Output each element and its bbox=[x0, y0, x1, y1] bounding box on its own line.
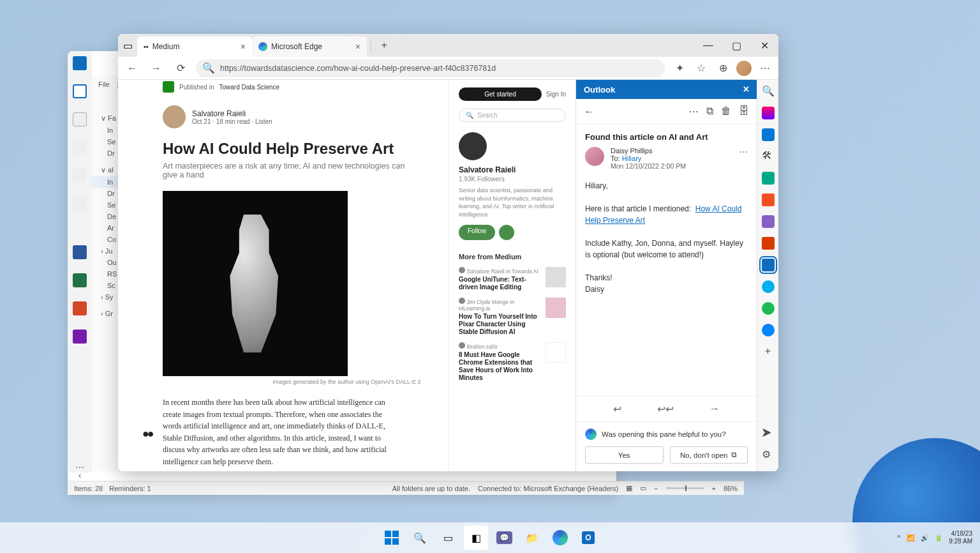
subscribe-button[interactable] bbox=[499, 225, 514, 240]
display-settings-icon[interactable]: ▦ bbox=[626, 484, 632, 492]
zoom-out-icon[interactable]: − bbox=[654, 485, 658, 492]
word-icon[interactable] bbox=[73, 245, 87, 259]
edge-taskbar-icon[interactable] bbox=[548, 526, 572, 550]
drop-icon[interactable] bbox=[762, 215, 775, 228]
tab-actions-icon[interactable]: ▭ bbox=[118, 34, 137, 57]
tab-medium[interactable]: •• Medium × bbox=[137, 36, 252, 57]
feedback-no-button[interactable]: No, don't open ⧉ bbox=[670, 446, 748, 464]
search-input[interactable]: 🔍 Search bbox=[459, 109, 566, 122]
games-icon[interactable] bbox=[762, 172, 775, 185]
outlook-taskbar-icon[interactable]: O bbox=[576, 526, 600, 550]
more-actions-icon[interactable]: ⋯ bbox=[688, 105, 699, 117]
back-icon[interactable]: ← bbox=[584, 106, 594, 117]
outlook-panel-title: Outlook bbox=[584, 85, 615, 95]
back-button[interactable]: ← bbox=[123, 59, 141, 77]
maximize-button[interactable]: ▢ bbox=[722, 34, 750, 57]
related-article[interactable]: ibrahim zahir 8 Must Have Google Chrome … bbox=[459, 342, 566, 382]
widgets-icon[interactable]: ◧ bbox=[464, 526, 488, 550]
follow-button[interactable]: Follow bbox=[459, 225, 495, 240]
related-article[interactable]: Salvatore Raieli in Towards AI Google Un… bbox=[459, 267, 566, 291]
outlook-sidebar-icon[interactable] bbox=[762, 259, 775, 271]
system-clock[interactable]: 4/18/23 9:28 AM bbox=[949, 530, 972, 545]
outlook-side-panel: Outlook × ← ⋯ ⧉ 🗑 🗄 Found this article o… bbox=[575, 80, 757, 471]
address-bar[interactable]: 🔍 https://towardsdatascience.com/how-ai-… bbox=[196, 59, 665, 77]
sidebar-author-name[interactable]: Salvatore Raieli bbox=[459, 165, 566, 174]
calendar-icon[interactable] bbox=[73, 112, 87, 126]
edge-browser-window: ▭ •• Medium × Microsoft Edge × | + — ▢ ✕… bbox=[118, 34, 778, 471]
sidebar-author-avatar[interactable] bbox=[459, 132, 487, 160]
close-panel-icon[interactable]: × bbox=[743, 84, 749, 95]
author-name[interactable]: Salvatore Raieli bbox=[192, 109, 272, 118]
close-window-button[interactable]: ✕ bbox=[750, 34, 778, 57]
search-taskbar-icon[interactable]: 🔍 bbox=[408, 526, 432, 550]
tray-chevron-icon[interactable]: ^ bbox=[898, 534, 901, 542]
refresh-button[interactable]: ⟳ bbox=[172, 59, 189, 77]
forward-button[interactable]: → bbox=[147, 59, 165, 77]
recipient[interactable]: Hiliary bbox=[622, 155, 642, 162]
read-aloud-icon[interactable]: ✦ bbox=[671, 60, 688, 77]
shopping-icon[interactable] bbox=[762, 128, 775, 141]
reply-icon[interactable]: ↩ bbox=[613, 403, 621, 415]
skype-icon[interactable] bbox=[762, 280, 775, 293]
battery-icon[interactable]: 🔋 bbox=[935, 534, 942, 542]
spotify-icon[interactable] bbox=[762, 302, 775, 315]
related-article[interactable]: Jim Clyde Monge in MLearning.ai How To T… bbox=[459, 298, 566, 336]
task-view-icon[interactable]: ▭ bbox=[436, 526, 460, 550]
edge-favicon-icon bbox=[258, 42, 267, 51]
close-tab-icon[interactable]: × bbox=[355, 42, 360, 52]
browser-toolbar: ← → ⟳ 🔍 https://towardsdatascience.com/h… bbox=[118, 57, 778, 80]
tools-icon[interactable]: 🛠 bbox=[762, 150, 775, 163]
minimize-button[interactable]: — bbox=[694, 34, 722, 57]
flag-icon[interactable] bbox=[73, 197, 87, 211]
mail-icon[interactable] bbox=[73, 84, 87, 98]
wifi-icon[interactable]: 📶 bbox=[907, 534, 914, 542]
profile-avatar[interactable] bbox=[736, 61, 752, 76]
tab-label: Medium bbox=[152, 42, 180, 51]
volume-icon[interactable]: 🔊 bbox=[921, 534, 928, 542]
discover-icon[interactable] bbox=[762, 107, 775, 119]
popout-icon[interactable]: ⧉ bbox=[706, 105, 713, 117]
messenger-icon[interactable] bbox=[762, 324, 775, 337]
sender-avatar[interactable] bbox=[585, 147, 604, 166]
sender-name[interactable]: Daisy Phillips bbox=[611, 147, 686, 155]
search-sidebar-icon[interactable]: 🔍 bbox=[762, 85, 775, 98]
start-button[interactable] bbox=[380, 526, 404, 550]
onenote-icon[interactable] bbox=[73, 330, 87, 344]
reading-pane-icon[interactable]: ▭ bbox=[640, 484, 646, 492]
menu-icon[interactable]: ⋯ bbox=[757, 60, 773, 77]
feedback-yes-button[interactable]: Yes bbox=[585, 446, 664, 464]
new-tab-button[interactable]: + bbox=[375, 34, 394, 57]
powerpoint-icon[interactable] bbox=[73, 301, 87, 315]
collections-icon[interactable]: ⊕ bbox=[715, 60, 731, 77]
publication-name[interactable]: Toward Data Science bbox=[219, 84, 279, 91]
svg-rect-2 bbox=[385, 538, 391, 545]
file-explorer-icon[interactable]: 📁 bbox=[520, 526, 544, 550]
outlook-logo-icon bbox=[73, 56, 87, 70]
tasks-icon[interactable] bbox=[73, 169, 87, 183]
medium-logo-icon[interactable]: ●● bbox=[142, 427, 152, 441]
article-content: Published in Toward Data Science Salvato… bbox=[118, 80, 575, 471]
hide-sidebar-icon[interactable]: ⮞ bbox=[762, 428, 775, 441]
get-started-button[interactable]: Get started bbox=[459, 87, 542, 101]
archive-icon[interactable]: 🗄 bbox=[739, 105, 749, 117]
excel-icon[interactable] bbox=[73, 273, 87, 287]
message-more-icon[interactable]: ⋯ bbox=[739, 147, 748, 157]
office-icon[interactable] bbox=[762, 237, 775, 250]
teams-icon[interactable]: 💬 bbox=[492, 526, 516, 550]
sign-in-link[interactable]: Sign In bbox=[546, 91, 566, 98]
tab-edge[interactable]: Microsoft Edge × bbox=[252, 36, 367, 57]
reply-all-icon[interactable]: ↩↩ bbox=[657, 403, 674, 415]
favorites-icon[interactable]: ☆ bbox=[693, 60, 709, 77]
file-menu[interactable]: File bbox=[98, 80, 110, 88]
settings-icon[interactable]: ⚙ bbox=[762, 448, 775, 461]
author-avatar[interactable] bbox=[163, 105, 186, 128]
tab-label: Microsoft Edge bbox=[271, 42, 322, 51]
forward-icon[interactable]: → bbox=[709, 403, 720, 415]
m365-icon[interactable] bbox=[762, 193, 775, 206]
add-sidebar-icon[interactable]: + bbox=[762, 345, 775, 358]
people-icon[interactable] bbox=[73, 140, 87, 155]
close-tab-icon[interactable]: × bbox=[241, 42, 246, 52]
zoom-in-icon[interactable]: + bbox=[712, 485, 716, 492]
collapse-nav-icon[interactable]: ‹ bbox=[68, 470, 92, 480]
delete-icon[interactable]: 🗑 bbox=[721, 105, 731, 117]
